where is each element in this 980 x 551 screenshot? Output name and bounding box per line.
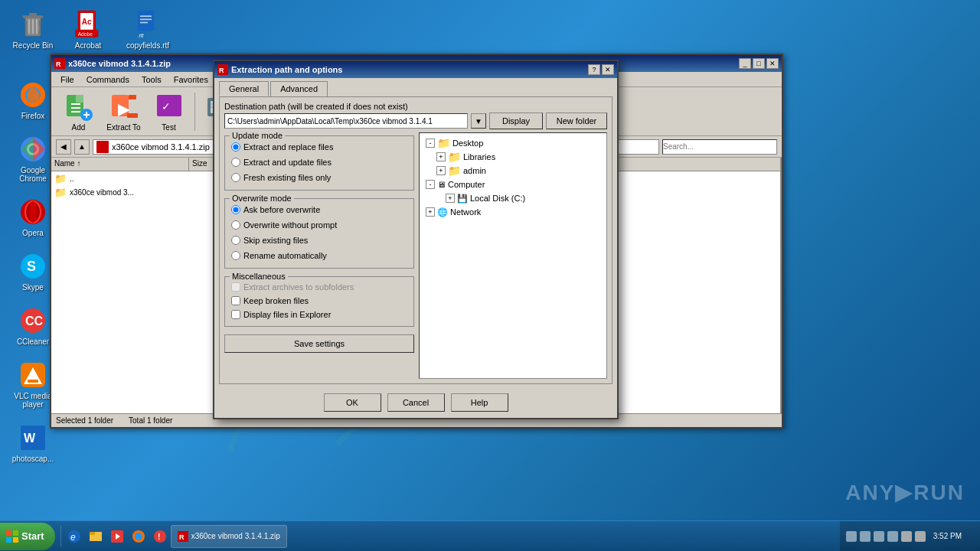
help-button[interactable]: Help xyxy=(451,393,508,412)
tray-icon-network[interactable] xyxy=(901,531,912,542)
nav-back-btn[interactable]: ◀ xyxy=(56,139,71,155)
radio-skip-existing-input[interactable] xyxy=(231,236,240,245)
tray-icon-1[interactable] xyxy=(846,531,857,542)
taskbar-security-icon[interactable]: ! xyxy=(149,526,171,547)
checkbox-display-explorer-input[interactable] xyxy=(231,310,240,319)
dialog-title: R Extraction path and options xyxy=(217,64,342,75)
destination-browse-btn[interactable]: ▼ xyxy=(471,113,486,129)
new-folder-button[interactable]: New folder xyxy=(546,112,607,129)
radio-ask-before-input[interactable] xyxy=(231,205,240,214)
checkbox-keep-broken-input[interactable] xyxy=(231,296,240,305)
tree-item-computer[interactable]: - 🖥 Computer xyxy=(423,178,603,191)
zip-icon xyxy=(96,141,109,153)
tree-item-network[interactable]: + 🌐 Network xyxy=(423,205,603,219)
update-mode-label: Update mode xyxy=(230,131,285,140)
toolbar-test-btn[interactable]: ✓ Test xyxy=(148,90,190,133)
extract-icon xyxy=(109,92,139,122)
tree-label-admin: admin xyxy=(463,166,486,175)
miscellaneous-group: Miscellaneous Extract archives to subfol… xyxy=(224,276,414,327)
menu-commands[interactable]: Commands xyxy=(80,73,136,86)
svg-rect-13 xyxy=(140,19,152,21)
tree-expand-admin[interactable]: + xyxy=(436,166,446,175)
destination-section: Destination path (will be created if doe… xyxy=(224,102,607,129)
miscellaneous-label: Miscellaneous xyxy=(230,272,288,281)
dialog-help-btn[interactable]: ? xyxy=(588,64,600,75)
desktop-icon-acrobat[interactable]: Ac Adobe Acrobat xyxy=(61,6,115,53)
tree-expand-local-disk[interactable]: + xyxy=(446,194,455,203)
tray-icon-4[interactable] xyxy=(887,531,898,542)
radio-overwrite-without-label: Overwrite without prompt xyxy=(243,220,337,230)
taskbar-filemanager-icon[interactable] xyxy=(85,526,106,547)
svg-text:R: R xyxy=(179,533,185,541)
status-left: Selected 1 folder xyxy=(56,416,113,425)
desktop-icon-recycle-bin[interactable]: Recycle Bin xyxy=(6,6,60,53)
chrome-icon xyxy=(18,134,48,165)
folder-libraries-icon: 📁 xyxy=(448,151,461,163)
ok-button[interactable]: OK xyxy=(324,393,381,412)
file-name-cell: 📁 .. xyxy=(54,173,192,184)
menu-tools[interactable]: Tools xyxy=(136,73,168,86)
tab-general[interactable]: General xyxy=(219,81,269,96)
display-button[interactable]: Display xyxy=(489,112,543,129)
tree-expand-network[interactable]: + xyxy=(426,207,435,217)
tree-label-computer: Computer xyxy=(448,180,485,189)
col-name-header[interactable]: Name ↑ xyxy=(51,158,189,171)
tray-icon-3[interactable] xyxy=(874,531,884,542)
skype-label: Skype xyxy=(22,283,44,292)
toolbar-add-btn[interactable]: Add xyxy=(57,90,100,133)
tray-icon-2[interactable] xyxy=(860,531,871,542)
radio-overwrite-without-input[interactable] xyxy=(231,220,240,230)
winrar-close-btn[interactable]: ✕ xyxy=(766,58,779,69)
svg-text:S: S xyxy=(27,259,36,274)
checkbox-display-explorer-label: Display files in Explorer xyxy=(243,310,331,319)
checkbox-extract-subfolders-input[interactable] xyxy=(231,282,240,292)
skype-icon: S xyxy=(18,251,48,282)
tree-expand-libraries[interactable]: + xyxy=(436,152,446,161)
radio-skip-existing: Skip existing files xyxy=(231,233,407,248)
firefox-label: Firefox xyxy=(21,112,45,120)
winrar-maximize-btn[interactable]: □ xyxy=(753,58,765,69)
desktop-icon-copyfields[interactable]: .rtf copyfields.rtf xyxy=(121,6,175,53)
dialog-content: General Advanced Destination path (will … xyxy=(214,78,617,418)
nav-up-btn[interactable]: ▲ xyxy=(74,139,90,155)
radio-extract-update: Extract and update files xyxy=(231,155,407,170)
add-icon xyxy=(64,92,94,122)
tree-item-desktop[interactable]: - 📁 Desktop xyxy=(423,136,603,150)
toolbar-extract-btn[interactable]: Extract To xyxy=(103,90,145,133)
dialog-close-btn[interactable]: ✕ xyxy=(602,64,614,75)
taskbar-firefox-icon-img xyxy=(131,529,146,544)
dialog-window-controls: ? ✕ xyxy=(588,64,614,75)
radio-extract-update-input[interactable] xyxy=(231,158,240,167)
start-button[interactable]: Start xyxy=(0,523,55,550)
radio-rename-auto-input[interactable] xyxy=(231,251,240,260)
winrar-minimize-btn[interactable]: _ xyxy=(739,58,751,69)
checkbox-keep-broken: Keep broken files xyxy=(231,294,407,308)
taskbar-media-icon[interactable] xyxy=(106,526,128,547)
menu-favorites[interactable]: Favorites xyxy=(168,73,214,86)
test-btn-label: Test xyxy=(162,123,175,132)
checkbox-keep-broken-label: Keep broken files xyxy=(243,296,309,305)
tree-item-local-disk[interactable]: + 💾 Local Disk (C:) xyxy=(423,191,603,205)
status-right: Total 1 folder xyxy=(129,416,172,425)
network-icon: 🌐 xyxy=(437,207,448,217)
taskbar-firefox-icon[interactable] xyxy=(128,526,149,547)
svg-rect-11 xyxy=(138,11,155,31)
taskbar-winrar-item[interactable]: R x360ce vibmod 3.1.4.1.zip xyxy=(171,525,287,548)
tree-item-admin[interactable]: + 📁 admin xyxy=(423,164,603,178)
menu-file[interactable]: File xyxy=(54,73,80,86)
tray-icon-volume[interactable] xyxy=(915,531,926,542)
tree-expand-computer[interactable]: - xyxy=(426,180,435,189)
cancel-button[interactable]: Cancel xyxy=(387,393,445,412)
opera-icon xyxy=(18,197,48,227)
tab-advanced[interactable]: Advanced xyxy=(270,81,328,96)
tree-expand-desktop[interactable]: - xyxy=(426,139,435,148)
taskbar-ie-icon[interactable]: e xyxy=(64,526,85,547)
tree-item-libraries[interactable]: + 📁 Libraries xyxy=(423,150,603,164)
extraction-dialog: R Extraction path and options ? ✕ Genera… xyxy=(213,60,619,419)
search-input[interactable] xyxy=(662,139,777,155)
destination-path-input[interactable] xyxy=(224,113,468,129)
recycle-bin-icon xyxy=(18,9,48,40)
radio-fresh-only-input[interactable] xyxy=(231,173,240,182)
save-settings-button[interactable]: Save settings xyxy=(224,334,414,353)
radio-extract-replace-input[interactable] xyxy=(231,142,240,152)
